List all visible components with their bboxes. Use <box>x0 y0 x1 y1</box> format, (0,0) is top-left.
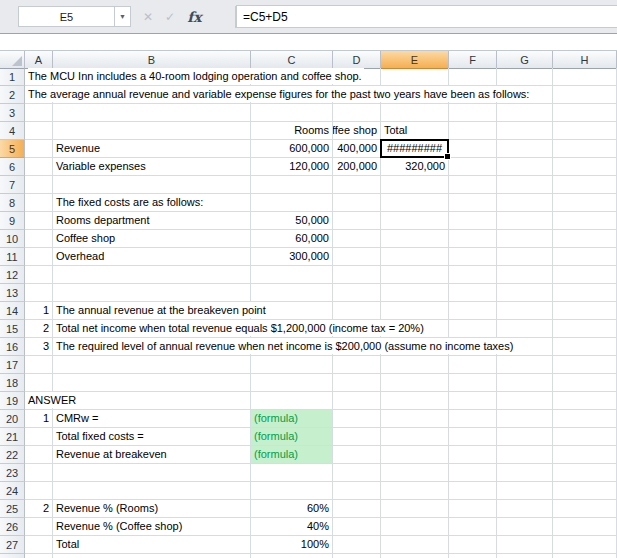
cell-G5[interactable] <box>497 140 553 158</box>
cell-A16[interactable]: 3 <box>25 338 53 356</box>
cell-D14[interactable] <box>333 302 381 320</box>
cell-C25[interactable]: 60% <box>251 500 333 518</box>
cell-F8[interactable] <box>449 194 497 212</box>
cell-F20[interactable] <box>449 410 497 428</box>
cell-H8[interactable] <box>553 194 617 212</box>
cell-C6[interactable]: 120,000 <box>251 158 333 176</box>
cell-G20[interactable] <box>497 410 553 428</box>
cell-A8[interactable] <box>25 194 53 212</box>
row-header-24[interactable]: 24 <box>0 482 25 500</box>
cell-C5[interactable]: 600,000 <box>251 140 333 158</box>
cell-E6[interactable]: 320,000 <box>381 158 449 176</box>
cell-G6[interactable] <box>497 158 553 176</box>
cell-B3[interactable] <box>53 104 251 122</box>
column-header-g[interactable]: G <box>497 51 553 69</box>
cell-C12[interactable] <box>251 266 333 284</box>
cell-H23[interactable] <box>553 464 617 482</box>
select-all-button[interactable] <box>0 51 25 69</box>
cell-D3[interactable] <box>333 104 381 122</box>
cell-G25[interactable] <box>497 500 553 518</box>
row-header-11[interactable]: 11 <box>0 248 25 266</box>
cell-E14[interactable] <box>381 302 449 320</box>
cell-G27[interactable] <box>497 536 553 554</box>
cell-C23[interactable] <box>251 464 333 482</box>
cell-H1[interactable] <box>553 68 617 86</box>
cell-B4[interactable] <box>53 122 251 140</box>
row-header-28[interactable]: 28 <box>0 554 25 558</box>
cell-H3[interactable] <box>553 104 617 122</box>
cell-H12[interactable] <box>553 266 617 284</box>
cell-G21[interactable] <box>497 428 553 446</box>
cell-B13[interactable] <box>53 284 251 302</box>
cell-D21[interactable] <box>333 428 381 446</box>
insert-function-icon[interactable]: fx <box>187 9 201 25</box>
cell-E5[interactable]: ######### <box>381 140 449 158</box>
cell-D4[interactable]: Coffee shop <box>333 122 381 140</box>
cell-D28[interactable] <box>333 554 381 558</box>
cell-D8[interactable] <box>333 194 381 212</box>
cell-A25[interactable]: 2 <box>25 500 53 518</box>
cell-F15[interactable] <box>449 320 497 338</box>
cell-H11[interactable] <box>553 248 617 266</box>
cell-B7[interactable] <box>53 176 251 194</box>
cell-C26[interactable]: 40% <box>251 518 333 536</box>
cell-D25[interactable] <box>333 500 381 518</box>
cell-B26[interactable]: Revenue % (Coffee shop) <box>53 518 251 536</box>
cell-A14[interactable]: 1 <box>25 302 53 320</box>
column-header-e[interactable]: E <box>381 51 449 69</box>
cell-G9[interactable] <box>497 212 553 230</box>
cell-B25[interactable]: Revenue % (Rooms) <box>53 500 251 518</box>
cell-F14[interactable] <box>449 302 497 320</box>
cell-H5[interactable] <box>553 140 617 158</box>
row-header-14[interactable]: 14 <box>0 302 25 320</box>
cell-E28[interactable] <box>381 554 449 558</box>
column-header-c[interactable]: C <box>251 51 333 69</box>
row-header-7[interactable]: 7 <box>0 176 25 194</box>
cell-D24[interactable] <box>333 482 381 500</box>
cell-D11[interactable] <box>333 248 381 266</box>
cell-F24[interactable] <box>449 482 497 500</box>
column-header-d[interactable]: D <box>333 51 381 69</box>
cell-G18[interactable] <box>497 374 553 392</box>
cell-E18[interactable] <box>381 374 449 392</box>
cell-E23[interactable] <box>381 464 449 482</box>
cell-H15[interactable] <box>553 320 617 338</box>
cell-B18[interactable] <box>53 374 251 392</box>
cell-G14[interactable] <box>497 302 553 320</box>
cell-H17[interactable] <box>553 356 617 374</box>
cell-F21[interactable] <box>449 428 497 446</box>
cell-F6[interactable] <box>449 158 497 176</box>
cell-G11[interactable] <box>497 248 553 266</box>
column-header-b[interactable]: B <box>53 51 251 69</box>
cell-E25[interactable] <box>381 500 449 518</box>
cell-B12[interactable] <box>53 266 251 284</box>
row-header-19[interactable]: 19 <box>0 392 25 410</box>
cell-B21[interactable]: Total fixed costs = <box>53 428 251 446</box>
cell-G1[interactable] <box>497 68 553 86</box>
cell-D20[interactable] <box>333 410 381 428</box>
cell-C17[interactable] <box>251 356 333 374</box>
cell-H13[interactable] <box>553 284 617 302</box>
cell-E24[interactable] <box>381 482 449 500</box>
cell-D5[interactable]: 400,000 <box>333 140 381 158</box>
cell-B20[interactable]: CMRw = <box>53 410 251 428</box>
row-header-10[interactable]: 10 <box>0 230 25 248</box>
cell-B16[interactable]: The required level of annual revenue whe… <box>53 338 251 356</box>
cell-A11[interactable] <box>25 248 53 266</box>
cell-G7[interactable] <box>497 176 553 194</box>
cell-C7[interactable] <box>251 176 333 194</box>
cell-G19[interactable] <box>497 392 553 410</box>
cell-B8[interactable]: The fixed costs are as follows: <box>53 194 251 212</box>
cell-C10[interactable]: 60,000 <box>251 230 333 248</box>
cell-G24[interactable] <box>497 482 553 500</box>
cell-H14[interactable] <box>553 302 617 320</box>
cell-H9[interactable] <box>553 212 617 230</box>
cell-F25[interactable] <box>449 500 497 518</box>
cell-A1[interactable]: The MCU Inn includes a 40-room lodging o… <box>25 68 53 86</box>
row-header-5[interactable]: 5 <box>0 140 25 158</box>
cell-A17[interactable] <box>25 356 53 374</box>
cell-E13[interactable] <box>381 284 449 302</box>
cell-B14[interactable]: The annual revenue at the breakeven poin… <box>53 302 251 320</box>
cell-H25[interactable] <box>553 500 617 518</box>
cell-H18[interactable] <box>553 374 617 392</box>
